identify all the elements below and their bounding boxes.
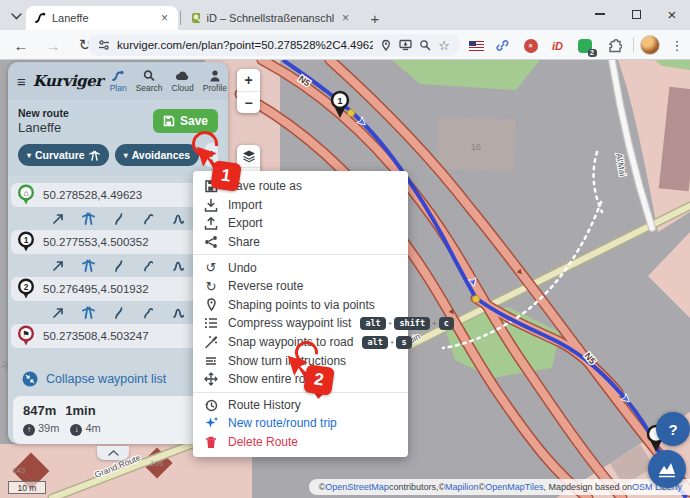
waypoint-coords: 50.276495,4.501932 [43,283,149,295]
menu-item-undo[interactable]: ↺ Undo [193,258,408,277]
site-settings-icon[interactable] [98,39,110,51]
profile-icon [208,69,222,82]
chevron-down-icon [11,13,22,20]
location-icon[interactable] [380,39,392,52]
tab-search-button[interactable] [8,8,25,25]
chevron-up-icon [108,450,119,456]
attribution-link-osm[interactable]: OpenStreetMap [325,482,389,492]
move-icon [203,372,219,386]
descent-icon: ↓ [70,424,82,436]
motorway-icon [89,150,100,161]
menu-item-new-route[interactable]: New route/round trip [193,414,408,433]
forward-button[interactable]: → [40,33,66,57]
tab-title: iD – Schnellstraßenanschluss | C [206,12,334,24]
extension-camera-blocked[interactable]: × [522,37,539,54]
menu-label: Share [228,235,260,249]
extension-id[interactable]: iD [549,37,566,54]
menu-item-delete-route[interactable]: Delete Route [193,433,408,452]
menu-label: Import [228,198,262,212]
nav-plan[interactable]: Plan [110,69,127,93]
back-button[interactable]: ← [8,33,34,57]
install-app-icon[interactable] [399,39,412,51]
route-duration: 1min [65,403,95,418]
annotation-badge-1: 1 [210,160,242,192]
export-icon [203,216,219,230]
shortcut-keys: alt+shift+c [360,317,453,330]
svg-text:2: 2 [24,282,29,292]
tab-id-editor[interactable]: iD – Schnellstraßenanschluss | C × [183,6,359,30]
motorway-option-icon[interactable] [82,259,95,272]
nav-profile[interactable]: Profile [203,69,227,93]
menu-label: Shaping points to via points [228,298,375,312]
curvy-3-icon[interactable] [172,212,185,225]
curvy-2-icon[interactable] [142,259,155,272]
save-button[interactable]: Save [153,109,218,133]
curvy-3-icon[interactable] [172,259,185,272]
menu-label: Undo [228,261,257,275]
curvy-2-icon[interactable] [142,212,155,225]
elevation-profile-button[interactable] [648,450,686,488]
extension-chat[interactable]: 2 [576,37,593,54]
history-icon [203,398,219,412]
profile-avatar[interactable] [640,35,660,55]
fastest-route-icon[interactable] [52,306,65,319]
curvy-1-icon[interactable] [112,306,125,319]
window-maximize-button[interactable] [618,0,654,28]
menu-divider [193,254,408,255]
fastest-route-icon[interactable] [52,259,65,272]
curvy-2-icon[interactable] [142,306,155,319]
avoidances-label: Avoidances [132,149,191,161]
destination-marker-icon: ⚑ [17,325,35,347]
nav-cloud[interactable]: Cloud [172,69,194,93]
address-bar[interactable]: kurviger.com/en/plan?point=50.278528%2C4… [88,34,460,56]
tab-close-icon[interactable]: × [340,11,351,25]
menu-item-shaping-to-via[interactable]: Shaping points to via points [193,296,408,315]
route-stats-card: 847m 1min ↑39m ↓4m [13,396,223,444]
avoidances-button[interactable]: ▾ Avoidances [115,144,200,166]
extension-link[interactable] [494,37,511,54]
new-tab-button[interactable]: + [364,7,386,29]
curvy-3-icon[interactable] [172,306,185,319]
window-minimize-button[interactable] [582,0,618,28]
hamburger-menu-icon[interactable]: ≡ [17,73,26,90]
zoom-icon[interactable] [419,39,431,51]
curvature-button[interactable]: ▾ Curvature [18,144,109,166]
maximize-icon [632,10,641,19]
id-icon: iD [552,40,563,52]
window-close-button[interactable]: × [654,0,690,28]
svg-text:106: 106 [150,459,164,468]
menu-item-import[interactable]: Import [193,196,408,215]
shortcut-keys: alt+s [362,336,411,349]
via-marker-icon: 2 [17,278,35,300]
curvy-1-icon[interactable] [112,259,125,272]
sidebar-collapse-button[interactable] [97,446,129,460]
tab-separator [180,11,181,25]
attribution-link-mapilion[interactable]: Mapilion [445,482,479,492]
help-button[interactable]: ? [656,412,690,446]
bookmark-star-icon[interactable]: ☆ [438,38,450,53]
extensions-menu-button[interactable] [606,37,623,54]
svg-text:16: 16 [471,142,481,152]
menu-item-export[interactable]: Export [193,214,408,233]
motorway-option-icon[interactable] [82,306,95,319]
curvy-1-icon[interactable] [112,212,125,225]
menu-item-share[interactable]: Share [193,233,408,252]
motorway-option-icon[interactable] [82,212,95,225]
zoom-out-button[interactable]: − [237,91,260,113]
extension-flag[interactable] [468,37,485,54]
list-icon [203,317,219,329]
fastest-route-icon[interactable] [52,212,65,225]
waypoint-coords: 50.273508,4.503247 [43,330,149,342]
zoom-in-button[interactable]: + [237,69,260,91]
plan-route-icon [111,69,125,82]
minimize-icon [595,13,605,15]
browser-menu-button[interactable]: ⋮ [668,35,686,55]
nav-search[interactable]: Search [136,69,163,93]
tab-close-icon[interactable]: × [159,11,170,25]
route-name-block[interactable]: New route Laneffe [18,107,69,135]
menu-item-reverse-route[interactable]: ↻ Reverse route [193,277,408,296]
attribution-link-openmaptiles[interactable]: OpenMapTiles [485,482,543,492]
menu-item-compress-waypoints[interactable]: Compress waypoint list alt+shift+c [193,314,408,333]
tab-kurviger[interactable]: Laneffe × [26,6,178,30]
route-ascent: ↑39m [23,422,59,436]
